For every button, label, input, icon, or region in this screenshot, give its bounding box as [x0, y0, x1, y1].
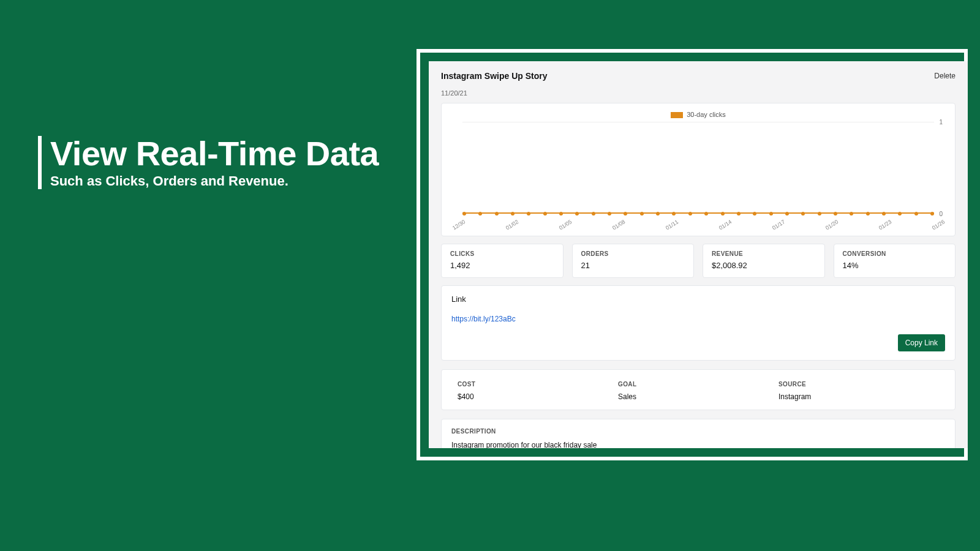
stat-label: ORDERS — [581, 250, 685, 257]
meta-label: SOURCE — [778, 381, 939, 388]
stat-value: $2,008.92 — [712, 261, 816, 270]
series-dots — [462, 212, 934, 216]
y-tick-top: 1 — [939, 119, 943, 126]
x-tick: 01/11 — [665, 219, 679, 231]
x-tick: 01/26 — [931, 219, 946, 231]
x-tick: 01/05 — [558, 219, 573, 231]
page-header: Instagram Swipe Up Story Delete — [441, 71, 956, 81]
x-tick: 01/02 — [505, 219, 519, 231]
legend-swatch-icon — [671, 112, 683, 118]
stat-clicks: CLICKS 1,492 — [441, 244, 564, 278]
x-tick: 01/20 — [824, 219, 839, 231]
hero-subtitle: Such as Clicks, Orders and Revenue. — [50, 173, 379, 189]
tracking-link[interactable]: https://bit.ly/123aBc — [451, 315, 945, 323]
legend-label: 30-day clicks — [687, 111, 726, 118]
stat-conversion: CONVERSION 14% — [834, 244, 956, 278]
page-date: 11/20/21 — [441, 89, 956, 97]
meta-value: $400 — [458, 392, 618, 401]
meta-value: Sales — [618, 392, 778, 401]
stat-orders: ORDERS 21 — [572, 244, 695, 278]
app-surface: Instagram Swipe Up Story Delete 11/20/21… — [429, 61, 968, 448]
hero-block: View Real-Time Data Such as Clicks, Orde… — [38, 136, 379, 189]
x-tick: 01/14 — [718, 219, 733, 231]
y-tick-bottom: 0 — [939, 211, 943, 217]
description-value: Instagram promotion for our black friday… — [451, 441, 945, 448]
stat-value: 14% — [843, 261, 947, 270]
description-label: DESCRIPTION — [451, 428, 945, 435]
stats-row: CLICKS 1,492 ORDERS 21 REVENUE $2,008.92… — [441, 244, 956, 278]
meta-cost: COST $400 — [458, 381, 618, 401]
link-card: Link https://bit.ly/123aBc Copy Link — [441, 285, 956, 361]
stat-label: CONVERSION — [843, 250, 947, 257]
stat-revenue: REVENUE $2,008.92 — [703, 244, 825, 278]
meta-label: COST — [458, 381, 618, 388]
clicks-chart-card: 30-day clicks 1 0 12/30 01/02 01/05 01/0… — [441, 103, 956, 236]
stat-label: CLICKS — [450, 250, 554, 257]
app-frame: Instagram Swipe Up Story Delete 11/20/21… — [417, 49, 968, 460]
stat-label: REVENUE — [712, 250, 816, 257]
chart-legend: 30-day clicks — [451, 111, 945, 118]
hero-title: View Real-Time Data — [50, 136, 379, 172]
meta-label: GOAL — [618, 381, 778, 388]
meta-card: COST $400 GOAL Sales SOURCE Instagram — [441, 369, 956, 410]
stat-value: 1,492 — [450, 261, 554, 270]
x-tick: 12/30 — [451, 219, 466, 231]
x-tick: 01/23 — [878, 219, 892, 231]
link-heading: Link — [451, 294, 945, 304]
meta-source: SOURCE Instagram — [778, 381, 939, 401]
meta-value: Instagram — [778, 392, 939, 401]
meta-goal: GOAL Sales — [618, 381, 778, 401]
x-tick: 01/08 — [611, 219, 626, 231]
page-title: Instagram Swipe Up Story — [441, 71, 547, 81]
delete-button[interactable]: Delete — [934, 72, 956, 80]
chart-plot-area: 1 0 — [462, 122, 934, 214]
x-ticks: 12/30 01/02 01/05 01/08 01/11 01/14 01/1… — [451, 226, 945, 232]
description-card: DESCRIPTION Instagram promotion for our … — [441, 419, 956, 448]
copy-link-button[interactable]: Copy Link — [898, 334, 945, 351]
x-tick: 01/17 — [771, 219, 786, 231]
stat-value: 21 — [581, 261, 685, 270]
